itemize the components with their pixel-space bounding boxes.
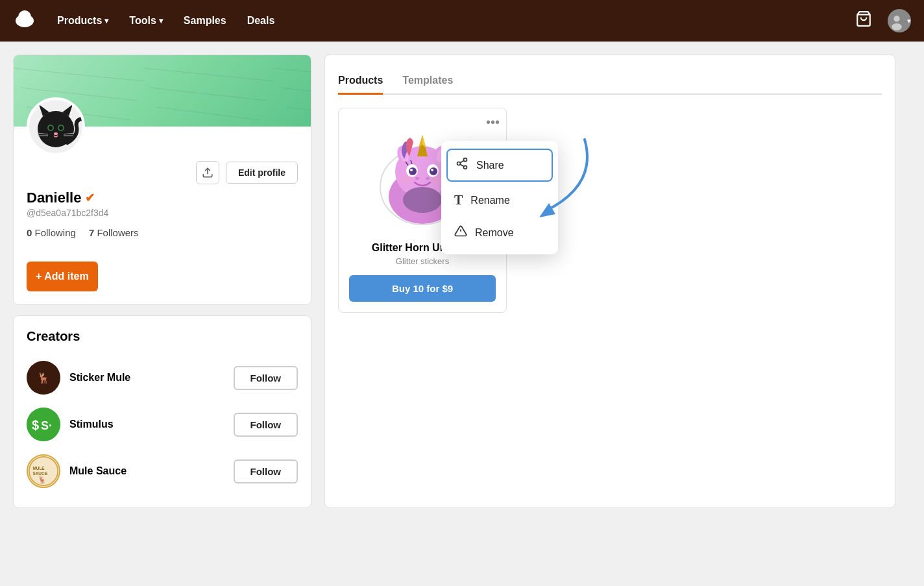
list-item: $ S· Stimulus Follow: [27, 401, 298, 448]
svg-point-1: [18, 10, 31, 23]
svg-point-44: [410, 169, 413, 171]
product-menu-button[interactable]: •••: [486, 115, 500, 130]
follow-sticker-mule-button[interactable]: Follow: [234, 366, 298, 390]
products-grid: •••: [338, 108, 882, 313]
svg-point-52: [403, 187, 442, 213]
svg-point-43: [430, 167, 437, 175]
svg-point-42: [409, 167, 417, 175]
nav-tools[interactable]: Tools ▾: [121, 10, 170, 32]
rename-icon: T: [454, 193, 463, 208]
svg-point-45: [431, 169, 433, 171]
followers-stat: 7 Followers: [89, 227, 139, 238]
svg-point-6: [892, 23, 902, 31]
follow-stimulus-button[interactable]: Follow: [234, 413, 298, 437]
navbar: 🦌 Products ▾ Tools ▾ Samples Deals ▾: [0, 0, 924, 42]
remove-icon: [454, 225, 467, 241]
svg-text:MULE: MULE: [32, 466, 45, 470]
svg-line-56: [460, 164, 464, 166]
sticker-mule-avatar: 🦌: [27, 361, 60, 395]
share-icon: [456, 157, 468, 173]
tabs: Products Templates: [338, 68, 882, 95]
tab-products[interactable]: Products: [338, 68, 383, 95]
nav-samples[interactable]: Samples: [176, 10, 234, 32]
follow-mule-sauce-button[interactable]: Follow: [234, 459, 298, 483]
svg-text:S·: S·: [41, 419, 52, 432]
stimulus-avatar: $ S·: [27, 408, 60, 441]
upload-button[interactable]: [196, 161, 219, 184]
svg-point-48: [400, 176, 413, 184]
edit-profile-button[interactable]: Edit profile: [226, 162, 298, 184]
profile-info: Danielle ✔ @d5ea0a71bc2f3d4 0 Following …: [14, 184, 311, 251]
svg-point-55: [464, 165, 467, 169]
svg-text:🦌: 🦌: [38, 475, 47, 484]
svg-point-51: [426, 177, 430, 180]
svg-line-57: [460, 160, 464, 162]
creator-name-sticker-mule: Sticker Mule: [69, 372, 225, 384]
svg-text:$: $: [32, 418, 39, 432]
nav-products[interactable]: Products ▾: [49, 10, 116, 32]
creator-name-mule-sauce: Mule Sauce: [69, 465, 225, 477]
profile-stats: 0 Following 7 Followers: [27, 227, 298, 238]
dropdown-menu: Share T Rename: [441, 141, 558, 254]
profile-actions: Edit profile: [14, 156, 311, 184]
nav-deals[interactable]: Deals: [239, 10, 283, 32]
sidebar: Edit profile Danielle ✔ @d5ea0a71bc2f3d4…: [13, 55, 311, 508]
tab-templates[interactable]: Templates: [402, 68, 453, 95]
svg-point-50: [415, 177, 419, 180]
profile-card: Edit profile Danielle ✔ @d5ea0a71bc2f3d4…: [13, 55, 311, 305]
svg-point-14: [54, 132, 58, 135]
svg-point-5: [894, 16, 899, 21]
verified-badge: ✔: [85, 191, 95, 205]
profile-name: Danielle ✔: [27, 189, 298, 206]
chevron-down-icon: ▾: [104, 16, 108, 25]
svg-text:🦌: 🦌: [37, 372, 50, 384]
list-item: 🦌 Sticker Mule Follow: [27, 354, 298, 401]
cart-icon[interactable]: [855, 10, 872, 31]
main-content: Edit profile Danielle ✔ @d5ea0a71bc2f3d4…: [0, 42, 908, 521]
buy-button[interactable]: Buy 10 for $9: [349, 275, 496, 302]
profile-avatar-wrap: [14, 97, 311, 156]
rename-label: Rename: [470, 195, 509, 206]
dropdown-remove[interactable]: Remove: [441, 216, 558, 249]
product-card: •••: [338, 108, 507, 313]
creators-card: Creators 🦌 Sticker Mule Follow $: [13, 315, 311, 508]
user-avatar[interactable]: ▾: [888, 9, 911, 32]
svg-point-53: [464, 158, 467, 162]
list-item: MULE SAUCE 🦌 Mule Sauce Follow: [27, 448, 298, 494]
svg-point-12: [49, 126, 53, 130]
mule-sauce-avatar: MULE SAUCE 🦌: [27, 454, 60, 488]
dropdown-share[interactable]: Share: [446, 149, 553, 182]
add-item-button[interactable]: + Add item: [27, 262, 98, 291]
creators-title: Creators: [27, 329, 298, 344]
creator-name-stimulus: Stimulus: [69, 419, 225, 430]
remove-label: Remove: [475, 227, 514, 239]
following-stat: 0 Following: [27, 227, 76, 238]
logo[interactable]: 🦌: [13, 8, 36, 34]
profile-handle: @d5ea0a71bc2f3d4: [27, 208, 298, 218]
content-area: Products Templates •••: [324, 55, 895, 508]
avatar: [27, 97, 85, 156]
dropdown-rename[interactable]: T Rename: [441, 184, 558, 216]
svg-point-54: [457, 162, 461, 165]
svg-point-13: [59, 126, 63, 130]
share-label: Share: [476, 160, 504, 171]
product-subtitle: Glitter stickers: [349, 256, 496, 266]
chevron-down-icon: ▾: [907, 17, 911, 25]
chevron-down-icon: ▾: [159, 16, 163, 25]
